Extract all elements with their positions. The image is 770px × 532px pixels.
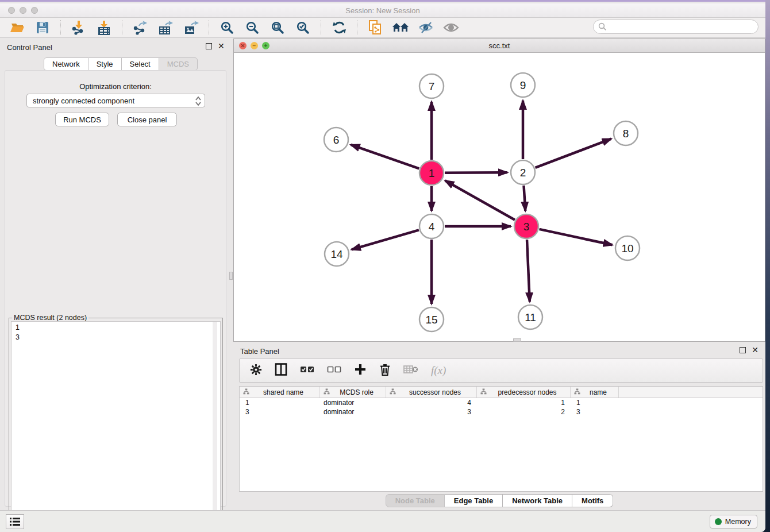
delete-column-trash-icon[interactable] bbox=[379, 363, 391, 379]
task-history-button[interactable] bbox=[6, 514, 24, 529]
search-icon bbox=[598, 22, 607, 31]
table-toolbar: f(x) bbox=[239, 358, 763, 383]
result-line: 3 bbox=[16, 333, 220, 342]
table-cell: 2 bbox=[477, 407, 571, 417]
select-stepper-icon bbox=[194, 95, 202, 109]
column-header-name[interactable]: name bbox=[571, 387, 619, 398]
table-cell: dominator bbox=[320, 398, 386, 407]
export-network-icon[interactable] bbox=[130, 19, 151, 36]
node-label-1: 1 bbox=[429, 167, 435, 179]
main-toolbar bbox=[0, 18, 765, 38]
network-window-titlebar: ✕ − + scc.txt bbox=[234, 39, 765, 53]
close-panel-button[interactable]: Close panel bbox=[117, 113, 177, 126]
toolbar-separator bbox=[122, 20, 122, 35]
optimization-criterion-label: Optimization criterion: bbox=[5, 82, 226, 91]
save-session-icon[interactable] bbox=[32, 19, 53, 36]
hide-selected-eye-icon[interactable] bbox=[415, 19, 436, 36]
close-table-panel-icon[interactable]: ✕ bbox=[752, 347, 759, 353]
tab-node-table[interactable]: Node Table bbox=[386, 494, 445, 507]
horizontal-divider-grip[interactable] bbox=[513, 338, 521, 342]
memory-label: Memory bbox=[725, 518, 751, 526]
column-header-successor-nodes[interactable]: successor nodes bbox=[386, 387, 477, 398]
refresh-icon[interactable] bbox=[329, 19, 349, 36]
table-cell: 3 bbox=[386, 407, 477, 417]
edge-2-3[interactable] bbox=[523, 186, 525, 211]
tree-sort-icon bbox=[480, 388, 487, 396]
search-input[interactable] bbox=[593, 20, 759, 34]
edge-3-10[interactable] bbox=[539, 229, 612, 245]
network-graph-canvas[interactable]: 7968124314101511 bbox=[234, 53, 765, 342]
panel-divider-grip[interactable] bbox=[229, 272, 233, 280]
float-panel-icon[interactable] bbox=[206, 43, 212, 49]
criterion-value: strongly connected component bbox=[33, 97, 134, 105]
table-cell: 1 bbox=[477, 398, 571, 407]
open-session-icon[interactable] bbox=[7, 19, 28, 36]
zoom-out-icon[interactable] bbox=[242, 19, 263, 36]
tab-network[interactable]: Network bbox=[44, 57, 88, 71]
delete-table-icon[interactable] bbox=[403, 364, 418, 377]
tab-edge-table[interactable]: Edge Table bbox=[445, 494, 503, 507]
window-title: Session: New Session bbox=[0, 6, 765, 15]
tab-style[interactable]: Style bbox=[88, 57, 122, 71]
first-neighbors-icon[interactable] bbox=[390, 19, 411, 36]
import-table-icon[interactable] bbox=[94, 19, 114, 36]
tab-network-table[interactable]: Network Table bbox=[503, 494, 572, 507]
tree-sort-icon bbox=[243, 388, 249, 396]
run-mcds-button[interactable]: Run MCDS bbox=[55, 113, 109, 126]
column-header-MCDS-role[interactable]: MCDS role bbox=[320, 387, 386, 398]
deselect-checkboxes-icon[interactable] bbox=[327, 365, 341, 376]
show-all-eye-icon[interactable] bbox=[441, 19, 461, 36]
close-panel-icon[interactable]: ✕ bbox=[218, 43, 225, 49]
toolbar-separator bbox=[321, 20, 321, 35]
mcds-result-title: MCDS result (2 nodes) bbox=[12, 314, 88, 322]
toolbar-separator bbox=[209, 20, 209, 35]
split-view-icon[interactable] bbox=[275, 363, 287, 378]
table-cell: 3 bbox=[571, 407, 619, 417]
control-panel-title: Control Panel bbox=[7, 43, 52, 52]
network-view-window: ✕ − + scc.txt 7968124314101511 bbox=[233, 38, 765, 342]
column-header-shared-name[interactable]: shared name bbox=[240, 387, 320, 398]
optimization-criterion-select[interactable]: strongly connected component bbox=[26, 94, 205, 107]
tab-select[interactable]: Select bbox=[122, 57, 159, 71]
float-table-panel-icon[interactable] bbox=[740, 347, 746, 353]
edge-3-11[interactable] bbox=[527, 240, 530, 302]
column-header-predecessor-nodes[interactable]: predecessor nodes bbox=[477, 387, 571, 398]
settings-gear-icon[interactable] bbox=[250, 364, 262, 378]
export-image-icon[interactable] bbox=[180, 19, 201, 36]
select-all-checkboxes-icon[interactable] bbox=[300, 365, 314, 376]
tab-motifs[interactable]: Motifs bbox=[572, 494, 613, 507]
function-builder-icon[interactable]: f(x) bbox=[431, 364, 446, 377]
node-label-10: 10 bbox=[621, 242, 633, 255]
edge-1-6[interactable] bbox=[351, 145, 419, 169]
import-network-icon[interactable] bbox=[68, 19, 89, 36]
result-scrollbar[interactable] bbox=[213, 322, 217, 531]
table-header-row: shared nameMCDS rolesuccessor nodesprede… bbox=[240, 387, 763, 398]
table-body: 1dominator4113dominator323 bbox=[240, 398, 763, 417]
zoom-fit-icon[interactable] bbox=[267, 19, 288, 36]
node-label-8: 8 bbox=[623, 128, 629, 140]
toolbar-separator bbox=[357, 20, 357, 35]
table-cell: 1 bbox=[571, 398, 619, 407]
table-row[interactable]: 3dominator323 bbox=[240, 407, 763, 417]
clone-network-icon[interactable] bbox=[365, 19, 386, 36]
edge-1-2[interactable] bbox=[445, 172, 507, 173]
window-titlebar: Session: New Session bbox=[0, 3, 765, 18]
zoom-in-icon[interactable] bbox=[217, 19, 237, 36]
edge-2-8[interactable] bbox=[536, 139, 611, 168]
control-panel: Control Panel ✕ NetworkStyleSelectMCDS O… bbox=[0, 38, 231, 512]
edge-4-14[interactable] bbox=[352, 230, 419, 249]
memory-button[interactable]: Memory bbox=[710, 515, 757, 529]
edge-3-1[interactable] bbox=[445, 180, 515, 219]
control-panel-buttons: ✕ bbox=[206, 43, 225, 49]
mcds-result-group: MCDS result (2 nodes) 13 bbox=[9, 318, 223, 532]
result-line: 1 bbox=[16, 323, 220, 333]
zoom-selected-icon[interactable] bbox=[292, 19, 313, 36]
add-column-icon[interactable] bbox=[354, 363, 367, 378]
mcds-result-text[interactable]: 13 bbox=[11, 321, 221, 532]
table-panel-buttons: ✕ bbox=[740, 347, 759, 353]
tab-mcds[interactable]: MCDS bbox=[159, 57, 198, 71]
table-row[interactable]: 1dominator411 bbox=[240, 398, 763, 407]
table-cell: 1 bbox=[240, 398, 320, 407]
export-table-icon[interactable] bbox=[155, 19, 176, 36]
node-label-7: 7 bbox=[429, 80, 435, 92]
